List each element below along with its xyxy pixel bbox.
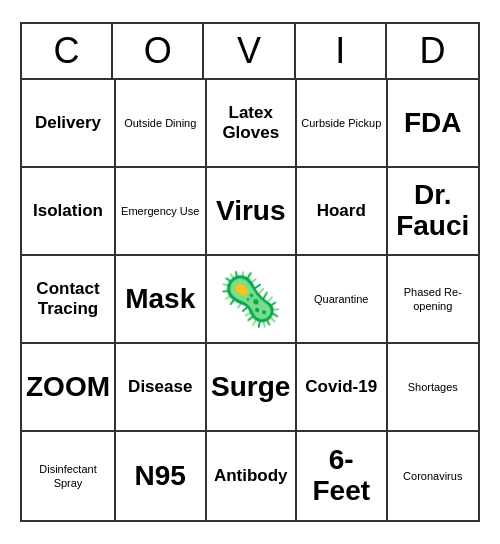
cell-virus-emoji: 🦠: [207, 256, 298, 344]
cell-mask: Mask: [116, 256, 207, 344]
cell-hoard: Hoard: [297, 168, 388, 256]
cell-covid19: Covid-19: [297, 344, 388, 432]
cell-n95: N95: [116, 432, 207, 520]
header-c: C: [22, 24, 113, 78]
cell-zoom: ZOOM: [22, 344, 116, 432]
header-v: V: [204, 24, 295, 78]
cell-curbside-pickup: Curbside Pickup: [297, 80, 388, 168]
cell-surge: Surge: [207, 344, 298, 432]
header-o: O: [113, 24, 204, 78]
cell-latex-gloves: Latex Gloves: [207, 80, 298, 168]
cell-delivery: Delivery: [22, 80, 116, 168]
cell-antibody: Antibody: [207, 432, 298, 520]
cell-quarantine: Quarantine: [297, 256, 388, 344]
cell-virus: Virus: [207, 168, 298, 256]
cell-disinfectant-spray: Disinfectant Spray: [22, 432, 116, 520]
virus-icon: 🦠: [218, 273, 283, 325]
header-i: I: [296, 24, 387, 78]
cell-isolation: Isolation: [22, 168, 116, 256]
cell-fda: FDA: [388, 80, 479, 168]
cell-shortages: Shortages: [388, 344, 479, 432]
bingo-card: C O V I D Delivery Outside Dining Latex …: [20, 22, 480, 522]
cell-disease: Disease: [116, 344, 207, 432]
cell-emergency-use: Emergency Use: [116, 168, 207, 256]
cell-6feet: 6-Feet: [297, 432, 388, 520]
cell-contact-tracing: Contact Tracing: [22, 256, 116, 344]
cell-outside-dining: Outside Dining: [116, 80, 207, 168]
cell-phased-reopening: Phased Re-opening: [388, 256, 479, 344]
cell-coronavirus: Coronavirus: [388, 432, 479, 520]
bingo-header: C O V I D: [22, 24, 478, 80]
header-d: D: [387, 24, 478, 78]
cell-dr-fauci: Dr. Fauci: [388, 168, 479, 256]
bingo-grid: Delivery Outside Dining Latex Gloves Cur…: [22, 80, 478, 520]
